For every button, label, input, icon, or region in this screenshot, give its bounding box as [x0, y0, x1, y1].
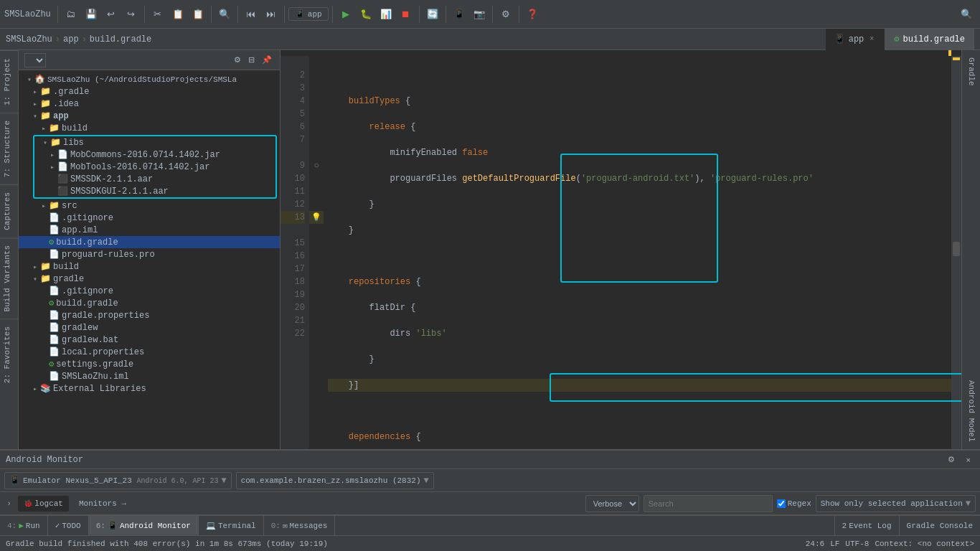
- toolbar-back-btn[interactable]: ⏮: [242, 6, 260, 22]
- breadcrumb-file[interactable]: build.gradle: [90, 34, 151, 44]
- show-only-selector[interactable]: Show only selected application ▼: [816, 495, 976, 512]
- tree-item-gitignore2[interactable]: 📄 .gitignore: [19, 285, 280, 297]
- tree-item-appiml[interactable]: 📄 app.iml: [19, 224, 280, 236]
- event-log-btn[interactable]: 2 Event Log: [834, 516, 899, 535]
- captures-panel-btn[interactable]: Captures: [0, 184, 18, 237]
- tree-item-build1[interactable]: ▸ 📁 build: [19, 122, 280, 134]
- tree-settings-btn[interactable]: ⚙: [232, 55, 243, 65]
- toolbar-coverage-btn[interactable]: 📊: [377, 6, 395, 22]
- toolbar-sdk-btn[interactable]: 📱: [450, 6, 468, 22]
- toolbar-paste-btn[interactable]: 📋: [189, 6, 207, 22]
- favorites-panel-btn[interactable]: 2: Favorites: [0, 319, 18, 390]
- tab-build-gradle[interactable]: ⚙ build.gradle: [885, 29, 974, 50]
- breadcrumb-app[interactable]: app: [63, 34, 79, 44]
- bottom-tab-run[interactable]: 4: ▶ Run: [0, 516, 48, 535]
- tree-item-idea[interactable]: ▸ 📁 .idea: [19, 98, 280, 110]
- build-variants-panel-btn[interactable]: Build Variants: [0, 237, 18, 319]
- log-level-selector[interactable]: Verbose Debug Info Warn Error Assert: [585, 495, 639, 512]
- monitor-settings-btn[interactable]: ⚙: [944, 453, 958, 466]
- logcat-search-input[interactable]: [644, 495, 773, 512]
- toolbar-stop-btn[interactable]: ⏹: [397, 6, 415, 22]
- tree-item-gradlewbat[interactable]: 📄 gradlew.bat: [19, 334, 280, 346]
- toolbar-cut-btn[interactable]: ✂: [149, 6, 167, 22]
- logcat-tab[interactable]: 🐞 logcat: [18, 496, 69, 512]
- tree-item-external-libs[interactable]: ▸ 📚 External Libraries: [19, 382, 280, 395]
- project-view-selector[interactable]: Project: [24, 53, 46, 67]
- device-selector-row: 📱 Emulator Nexus_5_API_23 Android 6.0, A…: [0, 469, 980, 492]
- logcat-arrow-btn[interactable]: ›: [4, 497, 14, 509]
- tree-content[interactable]: ▾ 🏠 SMSLaoZhu (~/AndroidStudioProjects/S…: [19, 70, 280, 449]
- tree-item-settings-gradle[interactable]: ⚙ settings.gradle: [19, 358, 280, 370]
- toolbar-debug-btn[interactable]: 🐛: [357, 6, 375, 22]
- tree-item-gitignore1[interactable]: 📄 .gitignore: [19, 212, 280, 224]
- tree-item-mobtools[interactable]: ▸ 📄 MobTools-2016.0714.1402.jar: [34, 161, 275, 173]
- editor-content[interactable]: 2 3 4 5 6 7 9 10 11 12 13 15: [281, 50, 961, 449]
- run-config-selector[interactable]: 📱 app: [288, 7, 329, 21]
- ln-23: [281, 340, 305, 353]
- scroll-thumb[interactable]: [953, 242, 960, 256]
- toolbar-settings-btn[interactable]: ⚙: [496, 6, 515, 22]
- tree-mobtools-icon: 📄: [57, 161, 68, 172]
- run-icon: ▶: [340, 9, 352, 20]
- tree-collapse-btn[interactable]: ⊟: [246, 55, 257, 65]
- regex-checkbox-label[interactable]: Regex: [777, 499, 811, 508]
- gradle-panel-btn[interactable]: Gradle: [964, 50, 979, 93]
- tree-item-proguard[interactable]: 📄 proguard-rules.pro: [19, 248, 280, 260]
- gutter-lightbulb[interactable]: 💡: [309, 211, 324, 224]
- structure-panel-btn[interactable]: 7: Structure: [0, 113, 18, 184]
- libs-highlight-box: ▾ 📁 libs ▸ 📄 MobCommons-2016.0714.1402.j…: [33, 135, 277, 199]
- tab-app[interactable]: 📱 app ×: [826, 29, 886, 50]
- toolbar: SMSLaoZhu 🗂 💾 ↩ ↪ ✂ 📋 📋 🔍 ⏮ ⏭ 📱 app ▶ 🐛 …: [0, 0, 980, 29]
- toolbar-copy-btn[interactable]: 📋: [169, 6, 187, 22]
- tree-mobtools-label: MobTools-2016.0714.1402.jar: [70, 162, 209, 172]
- toolbar-redo-btn[interactable]: ↪: [122, 6, 141, 22]
- monitors-tab[interactable]: Monitors →: [73, 496, 132, 512]
- run-config-label: app: [308, 10, 322, 19]
- android-model-panel-btn[interactable]: Android Model: [964, 373, 979, 449]
- tree-item-app[interactable]: ▾ 📁 app: [19, 110, 280, 122]
- toolbar-sync-btn[interactable]: 🔄: [423, 6, 442, 22]
- gradle-console-btn[interactable]: Gradle Console: [899, 516, 980, 535]
- project-panel-btn[interactable]: 1: Project: [0, 50, 18, 113]
- tree-proguard-label: proguard-rules.pro: [62, 250, 155, 260]
- tree-pin-btn[interactable]: 📌: [260, 55, 274, 65]
- tree-item-gradlew[interactable]: 📄 gradlew: [19, 321, 280, 334]
- toolbar-run-btn[interactable]: ▶: [336, 6, 355, 22]
- emulator-icon: 📱: [9, 475, 20, 486]
- tree-item-gradledir[interactable]: ▾ 📁 gradle: [19, 273, 280, 285]
- bottom-tab-terminal[interactable]: 💻 Terminal: [199, 516, 264, 535]
- toolbar-search-everywhere-btn[interactable]: 🔍: [957, 6, 976, 22]
- tree-item-mobcommons[interactable]: ▸ 📄 MobCommons-2016.0714.1402.jar: [34, 149, 275, 161]
- tree-build2-label: build: [53, 262, 79, 272]
- toolbar-save-btn[interactable]: 💾: [82, 6, 100, 22]
- tree-item-smslaozhuilm[interactable]: 📄 SMSLaoZhu.iml: [19, 370, 280, 382]
- package-selector[interactable]: com.example.brazen_zz.smslaozhu (2832) ▼: [236, 472, 434, 489]
- tree-item-smssdkgui-aar[interactable]: ⬛ SMSSDKGUI-2.1.1.aar: [34, 185, 275, 197]
- regex-checkbox[interactable]: [777, 499, 786, 508]
- tab-app-close[interactable]: ×: [867, 34, 876, 44]
- toolbar-forward-btn[interactable]: ⏭: [262, 6, 281, 22]
- code-lines[interactable]: buildTypes { release { minifyEnabled fal…: [324, 56, 951, 449]
- toolbar-search-btn[interactable]: 🔍: [215, 6, 234, 22]
- bottom-tab-android-monitor[interactable]: 6: 📱 Android Monitor: [89, 516, 199, 535]
- tree-item-local-properties[interactable]: 📄 local.properties: [19, 346, 280, 358]
- tree-item-gradle[interactable]: ▸ 📁 .gradle: [19, 85, 280, 98]
- toolbar-file-btn[interactable]: 🗂: [62, 6, 80, 22]
- tree-item-libs[interactable]: ▾ 📁 libs: [34, 136, 275, 149]
- monitor-close-btn[interactable]: ×: [963, 453, 974, 466]
- tree-root[interactable]: ▾ 🏠 SMSLaoZhu (~/AndroidStudioProjects/S…: [19, 73, 280, 85]
- toolbar-help-btn[interactable]: ❓: [523, 6, 542, 22]
- breadcrumb-root[interactable]: SMSLaoZhu: [6, 34, 52, 44]
- bottom-tab-todo[interactable]: ✓ TODO: [48, 516, 89, 535]
- toolbar-undo-btn[interactable]: ↩: [102, 6, 121, 22]
- toolbar-avd-btn[interactable]: 📷: [470, 6, 489, 22]
- tree-item-buildgradle1[interactable]: ⚙ build.gradle: [19, 236, 280, 248]
- bottom-tab-messages[interactable]: 0: ✉ Messages: [264, 516, 336, 535]
- tree-item-build2[interactable]: ▸ 📁 build: [19, 260, 280, 273]
- tree-item-buildgradle2[interactable]: ⚙ build.gradle: [19, 297, 280, 309]
- tree-item-src[interactable]: ▸ 📁 src: [19, 199, 280, 212]
- emulator-selector[interactable]: 📱 Emulator Nexus_5_API_23 Android 6.0, A…: [4, 472, 232, 489]
- tree-item-gradle-properties[interactable]: 📄 gradle.properties: [19, 309, 280, 321]
- tree-item-smssdk-aar[interactable]: ⬛ SMSSDK-2.1.1.aar: [34, 173, 275, 185]
- editor-scrollbar[interactable]: [951, 56, 961, 449]
